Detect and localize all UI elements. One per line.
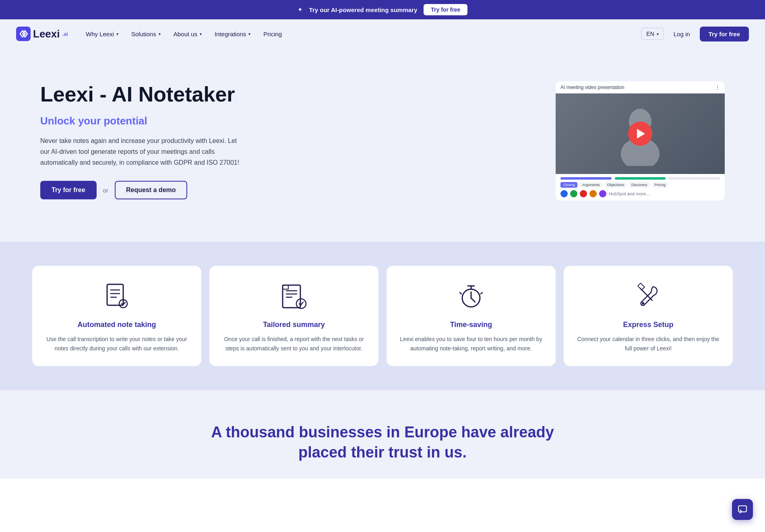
feature-title-time: Time-saving [450,321,492,329]
bottom-title: A thousand businesses in Europe have alr… [32,422,733,462]
nav-integrations[interactable]: Integrations▾ [210,27,255,41]
stat-bar-gray [669,177,720,180]
bottom-section: A thousand businesses in Europe have alr… [0,390,765,478]
video-container: AI meeting video presentation ⋮ [556,81,725,201]
feature-desc-summary: Once your call is finished, a report wit… [219,335,369,353]
hero-section: Leexi - AI Notetaker Unlock your potenti… [0,48,765,242]
tag-pricing: Pricing [652,182,668,188]
stat-bar-blue [560,177,612,180]
feature-desc-setup: Connect your calendar in three clicks, a… [573,335,723,353]
svg-rect-8 [283,285,300,308]
svg-point-17 [642,302,644,304]
navbar: Leexi.ai Why Leexi▾ Solutions▾ About us▾… [0,19,765,48]
hero-actions: Try for free or Request a demo [40,181,531,199]
hero-video: AI meeting video presentation ⋮ [556,81,725,201]
hero-demo-button[interactable]: Request a demo [115,181,187,199]
svg-line-15 [471,298,475,302]
feature-card-notes: Automated note taking Use the call trans… [32,266,201,366]
feature-desc-time: Leexi enables you to save four to ten ho… [396,335,546,353]
hero-text: Leexi - AI Notetaker Unlock your potenti… [40,83,531,199]
hero-subtitle: Unlock your potential [40,115,531,127]
bottom-title-line2: placed their trust in us. [298,444,467,461]
feature-title-summary: Tailored summary [263,321,325,329]
tag-discovery: Discovery [629,182,650,188]
integration-icon-4 [589,190,597,197]
features-grid: Automated note taking Use the call trans… [32,266,733,366]
integration-icon-2 [570,190,577,197]
top-banner: ✦ Try our AI-powered meeting summary Try… [0,0,765,19]
nav-right: EN▾ Log in Try for free [641,27,749,41]
video-tags: Closing Arguments Objections Discovery P… [560,182,720,188]
play-button[interactable] [628,122,652,146]
video-stats [560,177,720,180]
integration-icon-1 [560,190,568,197]
feature-card-summary: Tailored summary Once your call is finis… [209,266,378,366]
svg-rect-3 [107,284,123,305]
video-bottom: Closing Arguments Objections Discovery P… [556,174,725,201]
banner-sparkle: ✦ [298,6,303,13]
hero-try-button[interactable]: Try for free [40,181,97,199]
integration-icon-3 [580,190,587,197]
video-integrations: HubSpot and more... [560,190,720,197]
svg-rect-19 [638,283,645,290]
nav-try-button[interactable]: Try for free [700,27,749,41]
feature-title-setup: Express Setup [623,321,673,329]
hero-description: Never take notes again and increase your… [40,135,242,168]
feature-title-notes: Automated note taking [77,321,156,329]
feature-desc-notes: Use the call transcription to write your… [42,335,192,353]
tag-closing: Closing [560,182,577,188]
banner-try-button[interactable]: Try for free [424,4,467,15]
nav-why-leexi[interactable]: Why Leexi▾ [81,27,123,41]
logo[interactable]: Leexi.ai [16,27,68,41]
video-header: AI meeting video presentation ⋮ [556,81,725,93]
hero-or-label: or [103,187,108,194]
integration-icon-5 [599,190,606,197]
feature-icon-clock [455,280,487,313]
svg-line-18 [640,288,652,300]
nav-links: Why Leexi▾ Solutions▾ About us▾ Integrat… [81,27,628,41]
feature-icon-tools [632,280,664,313]
nav-pricing[interactable]: Pricing [258,27,287,41]
features-section: Automated note taking Use the call trans… [0,242,765,390]
tag-objections: Objections [605,182,627,188]
feature-card-time: Time-saving Leexi enables you to save fo… [387,266,556,366]
play-triangle-icon [637,129,645,139]
video-thumbnail[interactable] [556,93,725,174]
video-menu-icon[interactable]: ⋮ [715,85,720,90]
integration-label: HubSpot and more... [609,191,650,196]
feature-icon-notes [101,280,133,313]
logo-ai: .ai [62,31,68,37]
banner-text: Try our AI-powered meeting summary [309,6,418,13]
video-title: AI meeting video presentation [560,85,624,90]
feature-icon-summary [278,280,310,313]
bottom-title-line1: A thousand businesses in Europe have alr… [211,424,554,441]
language-selector[interactable]: EN▾ [641,28,664,40]
logo-text: Leexi [33,28,60,40]
login-button[interactable]: Log in [669,27,695,41]
feature-card-setup: Express Setup Connect your calendar in t… [564,266,733,366]
svg-point-12 [296,299,306,308]
nav-solutions[interactable]: Solutions▾ [126,27,165,41]
hero-title: Leexi - AI Notetaker [40,83,531,107]
nav-about[interactable]: About us▾ [169,27,207,41]
stat-bar-green [615,177,666,180]
tag-arguments: Arguments [580,182,602,188]
